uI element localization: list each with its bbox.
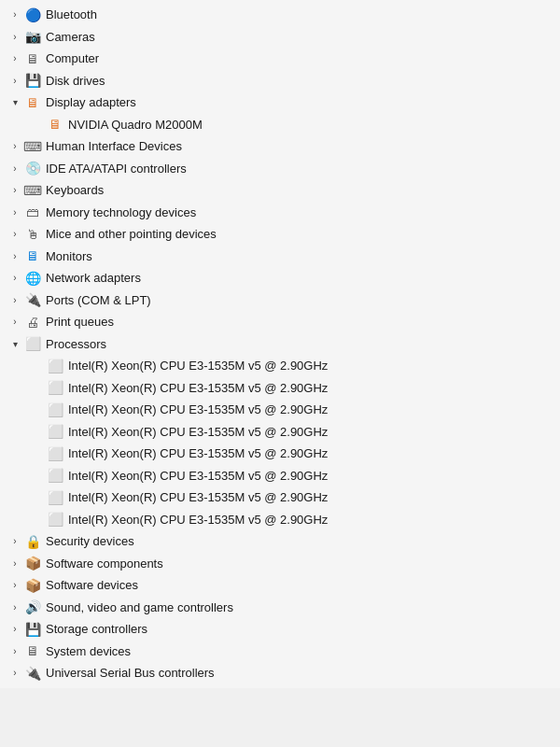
tree-item-cpu5[interactable]: ⬜Intel(R) Xeon(R) CPU E3-1535M v5 @ 2.90… <box>0 443 560 465</box>
chevron-storage <box>7 622 22 637</box>
chevron-software-devices <box>7 578 22 593</box>
icon-processors: ⬜ <box>24 335 41 352</box>
tree-item-cpu2[interactable]: ⬜Intel(R) Xeon(R) CPU E3-1535M v5 @ 2.90… <box>0 377 560 400</box>
icon-computer: 🖥 <box>24 50 41 67</box>
chevron-security <box>7 534 22 549</box>
chevron-display-adapters <box>7 95 22 110</box>
tree-item-ports[interactable]: 🔌Ports (COM & LPT) <box>0 289 560 312</box>
chevron-network <box>7 271 22 286</box>
tree-item-monitors[interactable]: 🖥Monitors <box>0 246 560 268</box>
icon-disk-drives: 💾 <box>24 72 41 89</box>
label-processors: Processors <box>46 335 106 354</box>
tree-item-sound[interactable]: 🔊Sound, video and game controllers <box>0 597 560 619</box>
tree-item-memory[interactable]: 🗃Memory technology devices <box>0 202 560 224</box>
icon-cpu7: ⬜ <box>47 489 63 506</box>
chevron-ports <box>7 292 22 307</box>
label-system: System devices <box>46 642 131 661</box>
icon-cpu6: ⬜ <box>47 467 63 484</box>
chevron-sound <box>7 599 22 614</box>
label-cpu7: Intel(R) Xeon(R) CPU E3-1535M v5 @ 2.90G… <box>68 488 328 507</box>
icon-display-adapters: 🖥 <box>24 94 41 111</box>
chevron-bluetooth <box>7 7 22 22</box>
label-ide: IDE ATA/ATAPI controllers <box>46 160 187 178</box>
icon-memory: 🗃 <box>24 204 41 220</box>
tree-item-cpu8[interactable]: ⬜Intel(R) Xeon(R) CPU E3-1535M v5 @ 2.90… <box>0 509 560 531</box>
chevron-cameras <box>7 29 22 44</box>
tree-item-network[interactable]: 🌐Network adapters <box>0 267 560 289</box>
label-sound: Sound, video and game controllers <box>46 599 233 617</box>
chevron-memory <box>7 204 22 219</box>
tree-item-cpu7[interactable]: ⬜Intel(R) Xeon(R) CPU E3-1535M v5 @ 2.90… <box>0 486 560 509</box>
icon-cpu5: ⬜ <box>47 445 63 462</box>
icon-software-components: 📦 <box>24 555 41 571</box>
tree-item-storage[interactable]: 💾Storage controllers <box>0 618 560 641</box>
label-bluetooth: Bluetooth <box>46 6 97 24</box>
label-memory: Memory technology devices <box>46 204 196 222</box>
icon-ide: 💿 <box>24 160 41 176</box>
chevron-print <box>7 315 22 330</box>
chevron-processors <box>7 336 22 351</box>
tree-item-computer[interactable]: 🖥Computer <box>0 48 560 70</box>
tree-item-cpu1[interactable]: ⬜Intel(R) Xeon(R) CPU E3-1535M v5 @ 2.90… <box>0 355 560 377</box>
icon-cpu4: ⬜ <box>47 423 63 440</box>
tree-item-security[interactable]: 🔒Security devices <box>0 530 560 553</box>
label-cpu4: Intel(R) Xeon(R) CPU E3-1535M v5 @ 2.90G… <box>68 423 328 442</box>
icon-hid: ⌨ <box>24 138 41 155</box>
tree-item-software-components[interactable]: 📦Software components <box>0 553 560 575</box>
chevron-hid <box>7 139 22 154</box>
icon-cameras: 📷 <box>24 28 41 45</box>
tree-item-cpu3[interactable]: ⬜Intel(R) Xeon(R) CPU E3-1535M v5 @ 2.90… <box>0 399 560 421</box>
label-ports: Ports (COM & LPT) <box>46 291 151 310</box>
icon-cpu8: ⬜ <box>47 511 63 528</box>
device-manager-tree: 🔵Bluetooth📷Cameras🖥Computer💾Disk drives🖥… <box>0 0 560 688</box>
label-cpu2: Intel(R) Xeon(R) CPU E3-1535M v5 @ 2.90G… <box>68 379 328 398</box>
tree-item-display-adapters[interactable]: 🖥Display adapters <box>0 92 560 114</box>
label-mice: Mice and other pointing devices <box>46 225 217 244</box>
label-security: Security devices <box>46 532 134 551</box>
icon-cpu2: ⬜ <box>47 379 63 396</box>
icon-sound: 🔊 <box>24 599 41 615</box>
tree-item-hid[interactable]: ⌨Human Interface Devices <box>0 135 560 158</box>
tree-item-bluetooth[interactable]: 🔵Bluetooth <box>0 4 560 26</box>
tree-item-disk-drives[interactable]: 💾Disk drives <box>0 70 560 92</box>
label-cpu1: Intel(R) Xeon(R) CPU E3-1535M v5 @ 2.90G… <box>68 357 328 375</box>
tree-item-cpu6[interactable]: ⬜Intel(R) Xeon(R) CPU E3-1535M v5 @ 2.90… <box>0 465 560 487</box>
chevron-computer <box>7 51 22 66</box>
tree-item-software-devices[interactable]: 📦Software devices <box>0 574 560 597</box>
label-cpu6: Intel(R) Xeon(R) CPU E3-1535M v5 @ 2.90G… <box>68 467 328 486</box>
icon-ports: 🔌 <box>24 291 41 308</box>
label-nvidia: NVIDIA Quadro M2000M <box>68 116 203 134</box>
chevron-usb <box>7 666 22 681</box>
icon-keyboards: ⌨ <box>24 182 41 199</box>
icon-mice: 🖱 <box>24 226 41 243</box>
icon-usb: 🔌 <box>24 665 41 682</box>
icon-network: 🌐 <box>24 270 41 287</box>
tree-item-nvidia[interactable]: 🖥NVIDIA Quadro M2000M <box>0 114 560 136</box>
chevron-system <box>7 643 22 658</box>
icon-monitors: 🖥 <box>24 247 41 264</box>
icon-security: 🔒 <box>24 533 41 550</box>
label-cameras: Cameras <box>46 28 95 47</box>
tree-item-cameras[interactable]: 📷Cameras <box>0 26 560 49</box>
tree-item-system[interactable]: 🖥System devices <box>0 641 560 663</box>
tree-item-usb[interactable]: 🔌Universal Serial Bus controllers <box>0 662 560 684</box>
tree-item-keyboards[interactable]: ⌨Keyboards <box>0 179 560 202</box>
icon-storage: 💾 <box>24 621 41 638</box>
label-software-components: Software components <box>46 555 163 573</box>
icon-system: 🖥 <box>24 642 41 659</box>
icon-cpu3: ⬜ <box>47 402 63 418</box>
chevron-software-components <box>7 556 22 571</box>
tree-item-print[interactable]: 🖨Print queues <box>0 311 560 333</box>
tree-item-processors[interactable]: ⬜Processors <box>0 333 560 356</box>
icon-nvidia: 🖥 <box>47 116 63 133</box>
tree-item-ide[interactable]: 💿IDE ATA/ATAPI controllers <box>0 158 560 180</box>
icon-cpu1: ⬜ <box>47 358 63 374</box>
label-network: Network adapters <box>46 269 141 288</box>
label-hid: Human Interface Devices <box>46 137 182 156</box>
label-cpu3: Intel(R) Xeon(R) CPU E3-1535M v5 @ 2.90G… <box>68 401 328 419</box>
label-keyboards: Keyboards <box>46 181 104 200</box>
label-usb: Universal Serial Bus controllers <box>46 664 215 683</box>
tree-item-cpu4[interactable]: ⬜Intel(R) Xeon(R) CPU E3-1535M v5 @ 2.90… <box>0 421 560 444</box>
label-cpu5: Intel(R) Xeon(R) CPU E3-1535M v5 @ 2.90G… <box>68 444 328 463</box>
tree-item-mice[interactable]: 🖱Mice and other pointing devices <box>0 223 560 246</box>
